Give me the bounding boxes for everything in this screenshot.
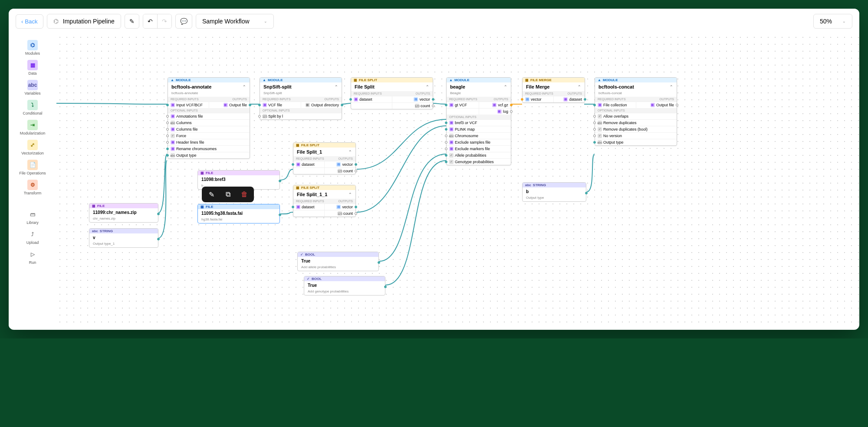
node-string-v[interactable]: abcSTRING v Output type_1 <box>89 228 158 248</box>
sidebar-item-fileops[interactable]: 📄File Operations <box>11 158 54 177</box>
context-menu: ✎ ⧉ 🗑 <box>202 187 254 202</box>
node-file-fasta[interactable]: ▦FILE 11095:hg38.fasta.fai hg38.fasta.fa… <box>197 204 280 223</box>
sidebar-item-transform[interactable]: ⚙Transform <box>11 178 54 197</box>
workflow-select[interactable]: Sample Workflow ⌄ <box>196 14 274 29</box>
node-bool-allele[interactable]: ✓BOOL True Add allele probabilities <box>297 252 379 271</box>
context-copy-button[interactable]: ⧉ <box>223 189 233 200</box>
comment-button[interactable]: 💬 <box>175 14 192 29</box>
node-type-label: ▲MODULE <box>168 78 250 82</box>
modularization-icon: ⇥ <box>27 120 38 130</box>
comment-icon: 💬 <box>180 18 187 25</box>
context-delete-button[interactable]: 🗑 <box>239 189 250 200</box>
node-string-b[interactable]: abcSTRING b Output type <box>522 182 586 202</box>
collapse-icon[interactable]: ⌃ <box>243 85 246 89</box>
sidebar-item-modules[interactable]: ⌬Modules <box>11 38 54 57</box>
node-filemerge[interactable]: ▦FILE MERGE File Merge⌃ REQUIRED INPUTSO… <box>522 77 585 103</box>
sidebar-item-upload[interactable]: ⤴Upload <box>11 227 54 246</box>
trash-icon: 🗑 <box>241 191 248 198</box>
node-bcftools-concat[interactable]: ▲MODULE bcftools-concat⌃ bcftools-concat… <box>595 77 677 146</box>
main: ⌬Modules ▦Data abcVariables ⤵Conditional… <box>9 34 859 328</box>
app-window: ‹ Back ⌬ Imputation Pipeline ✎ ↶ ↷ 💬 Sam… <box>9 9 859 330</box>
undo-redo-group: ↶ ↷ <box>143 14 172 29</box>
copy-icon: ⧉ <box>226 191 230 198</box>
sidebar-item-variables[interactable]: abcVariables <box>11 78 54 97</box>
workflow-icon: ⌬ <box>53 18 59 25</box>
sidebar-item-vectorization[interactable]: ⤢Vectorization <box>11 138 54 157</box>
sidebar-item-library[interactable]: 🗃Library <box>11 207 54 227</box>
node-filesplit-1[interactable]: ▦FILE SPLIT File Split_1⌃ REQUIRED INPUT… <box>293 142 356 174</box>
library-icon: 🗃 <box>27 209 38 220</box>
conditional-icon: ⤵ <box>27 100 38 110</box>
canvas[interactable]: ▲MODULE bcftools-annotate⌃ bcftools-anno… <box>56 34 859 328</box>
node-snpsift[interactable]: ▲MODULE SnpSift-split⌃ SnpSift-split REQ… <box>260 77 342 120</box>
sidebar: ⌬Modules ▦Data abcVariables ⤵Conditional… <box>9 34 56 328</box>
node-filesplit[interactable]: ▦FILE SPLIT File Split⌃ REQUIRED INPUTSO… <box>351 77 433 109</box>
run-icon: ▷ <box>27 249 38 259</box>
vectorization-icon: ⤢ <box>27 140 38 150</box>
pipeline-title[interactable]: ⌬ Imputation Pipeline <box>47 14 121 29</box>
upload-icon: ⤴ <box>27 229 38 240</box>
node-file-chrnames[interactable]: ▦FILE 11099:chr_names.zip chr_names.zip <box>89 203 158 223</box>
back-button[interactable]: ‹ Back <box>16 14 43 29</box>
node-filesplit-1-1[interactable]: ▦FILE SPLIT File Split_1_1⌃ REQUIRED INP… <box>293 185 356 217</box>
back-label: Back <box>25 18 38 25</box>
transform-icon: ⚙ <box>27 180 38 190</box>
redo-icon: ↷ <box>162 18 167 25</box>
pencil-icon: ✎ <box>209 191 214 199</box>
module-icon: ▲ <box>171 78 174 82</box>
redo-button[interactable]: ↷ <box>158 14 171 28</box>
modules-icon: ⌬ <box>27 40 38 50</box>
zoom-select[interactable]: 50% ⌄ <box>813 14 852 29</box>
sidebar-item-run[interactable]: ▷Run <box>11 247 54 266</box>
node-bcftools-annotate[interactable]: ▲MODULE bcftools-annotate⌃ bcftools-anno… <box>168 77 250 159</box>
fileops-icon: 📄 <box>27 160 38 170</box>
context-edit-button[interactable]: ✎ <box>206 189 217 200</box>
edit-button[interactable]: ✎ <box>125 14 139 29</box>
undo-button[interactable]: ↶ <box>143 14 158 28</box>
toolbar: ‹ Back ⌬ Imputation Pipeline ✎ ↶ ↷ 💬 Sam… <box>9 9 859 34</box>
pencil-icon: ✎ <box>129 18 135 25</box>
sidebar-item-modularization[interactable]: ⇥Modularization <box>11 118 54 137</box>
undo-icon: ↶ <box>148 18 153 25</box>
sidebar-item-data[interactable]: ▦Data <box>11 58 54 77</box>
chevron-left-icon: ‹ <box>21 18 23 25</box>
chevron-down-icon: ⌄ <box>264 19 267 23</box>
data-icon: ▦ <box>27 60 38 70</box>
node-beagle[interactable]: ▲MODULE beagle⌃ Beagle REQUIRED INPUTSOU… <box>446 77 511 165</box>
chevron-down-icon: ⌄ <box>842 19 846 23</box>
node-bool-genotype[interactable]: ✓BOOL True Add genotype probabilities <box>304 276 385 296</box>
variables-icon: abc <box>27 80 38 90</box>
sidebar-item-conditional[interactable]: ⤵Conditional <box>11 98 54 117</box>
